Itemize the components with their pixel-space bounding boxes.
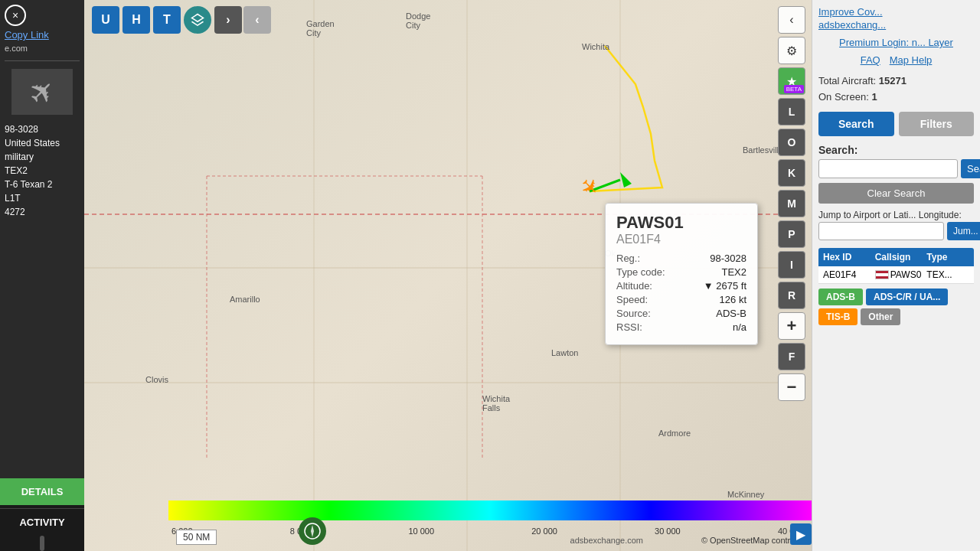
sidebar-url: e.com bbox=[0, 44, 84, 59]
popup-altitude-label: Altitude: bbox=[616, 280, 652, 292]
btn-zoom-out[interactable]: − bbox=[778, 373, 805, 401]
source-other-button[interactable]: Other bbox=[861, 308, 900, 325]
popup-hex: AE01F4 bbox=[616, 233, 746, 246]
popup-speed-label: Speed: bbox=[616, 294, 648, 305]
col-type: Type bbox=[922, 248, 974, 266]
alt-20000: 20 000 bbox=[531, 527, 557, 536]
popup-type-label: Type code: bbox=[616, 266, 665, 278]
sidebar-typename: T-6 Texan 2 bbox=[5, 179, 80, 190]
altitude-number: 2675 ft bbox=[716, 280, 746, 292]
jump-input[interactable] bbox=[818, 222, 944, 240]
source-adsc-button[interactable]: ADS-C/R / UA... bbox=[866, 289, 948, 305]
clear-search-button[interactable]: Clear Search bbox=[818, 183, 974, 204]
popup-reg-label: Reg.: bbox=[616, 253, 640, 264]
btn-r[interactable]: R bbox=[778, 282, 805, 309]
btn-m[interactable]: M bbox=[778, 190, 805, 217]
aircraft-image: ✈ bbox=[11, 69, 73, 115]
search-go-button[interactable]: Sea... bbox=[961, 159, 980, 178]
right-panel: Improve Cov... adsbexchang... Premium Lo… bbox=[812, 0, 980, 551]
source-tisb-button[interactable]: TIS-B bbox=[818, 308, 858, 325]
popup-source-row: Source: ADS-B bbox=[616, 308, 746, 319]
map-right-controls: ‹ ⚙ ★ BETA L O K M P I R + F − bbox=[778, 6, 805, 401]
btn-f[interactable]: F bbox=[778, 343, 805, 370]
btn-p[interactable]: P bbox=[778, 220, 805, 248]
close-button[interactable]: × bbox=[5, 5, 26, 26]
search-input[interactable] bbox=[818, 159, 958, 178]
jump-label: Jump to Airport or Lati... Longitude: bbox=[818, 210, 974, 220]
sidebar-operator: military bbox=[5, 152, 80, 162]
popup-speed-row: Speed: 126 kt bbox=[616, 294, 746, 305]
btn-o[interactable]: O bbox=[778, 129, 805, 156]
btn-gear[interactable]: ⚙ bbox=[778, 37, 805, 64]
search-button[interactable]: Search bbox=[818, 112, 894, 136]
popup-altitude-value: ▼ 2675 ft bbox=[704, 280, 746, 292]
improve-cov-link[interactable]: Improve Cov... bbox=[818, 6, 974, 18]
map-top-buttons: U H T › ‹ bbox=[92, 6, 271, 34]
popup-source-value: ADS-B bbox=[716, 308, 746, 319]
btn-l[interactable]: L bbox=[778, 98, 805, 126]
altitude-labels: 6 000 8 000 10 000 20 000 30 000 40 000+ bbox=[168, 527, 812, 536]
btn-star[interactable]: ★ BETA bbox=[778, 67, 805, 95]
btn-nav-back[interactable]: ‹ bbox=[243, 6, 271, 34]
sidebar-code: L1T bbox=[5, 193, 80, 204]
popup-altitude-row: Altitude: ▼ 2675 ft bbox=[616, 280, 746, 292]
btn-t[interactable]: T bbox=[153, 6, 181, 34]
compass-icon bbox=[299, 517, 326, 545]
sidebar-country: United States bbox=[5, 138, 80, 148]
altitude-arrow-icon: ▼ bbox=[704, 280, 714, 292]
sidebar-squawk: 4272 bbox=[5, 207, 80, 217]
panel-stats: Total Aircraft: 15271 On Screen: 1 bbox=[818, 73, 974, 106]
sidebar-divider bbox=[5, 60, 80, 61]
on-screen-label: On Screen: bbox=[818, 91, 869, 103]
sidebar-data: 98-3028 United States military TEX2 T-6 … bbox=[0, 121, 84, 223]
total-aircraft-label: Total Aircraft: bbox=[818, 75, 876, 86]
table-cell-type: TEX... bbox=[922, 266, 974, 283]
btn-nav-forward[interactable]: › bbox=[214, 6, 242, 34]
svg-marker-11 bbox=[192, 15, 204, 22]
map-help-link[interactable]: Map Help bbox=[890, 54, 933, 66]
btn-i[interactable]: I bbox=[778, 251, 805, 279]
panel-btn-row: Search Filters bbox=[818, 112, 974, 136]
filters-button[interactable]: Filters bbox=[899, 112, 975, 136]
scroll-indicator bbox=[40, 536, 44, 551]
sidebar-tabs: DETAILS ACTIVITY bbox=[0, 478, 84, 551]
sidebar-type: TEX2 bbox=[5, 165, 80, 176]
beta-badge: BETA bbox=[784, 85, 804, 93]
table-header: Hex ID Callsign Type bbox=[818, 248, 974, 266]
us-flag-icon bbox=[875, 270, 889, 279]
panel-nav-links: FAQ Map Help bbox=[818, 54, 974, 66]
altitude-bar bbox=[168, 500, 812, 520]
osm-attribution: © OpenStreetMap contrib... bbox=[701, 536, 804, 545]
popup-speed-value: 126 kt bbox=[720, 294, 746, 305]
btn-k[interactable]: K bbox=[778, 159, 805, 187]
map-area[interactable]: GardenCity DodgeCity Wichita Bartlesvill… bbox=[84, 0, 812, 551]
popup-reg-value: 98-3028 bbox=[710, 253, 746, 264]
premium-link[interactable]: Premium Login: n... Layer bbox=[818, 37, 974, 48]
adsbexchange-link[interactable]: adsbexchang... bbox=[818, 19, 974, 31]
panel-jump-row: Jum... bbox=[818, 222, 974, 240]
search-label: Search: bbox=[818, 144, 974, 156]
popup-source-label: Source: bbox=[616, 308, 651, 319]
btn-u[interactable]: U bbox=[92, 6, 119, 34]
btn-h[interactable]: H bbox=[122, 6, 150, 34]
btn-zoom-in[interactable]: + bbox=[778, 312, 805, 340]
source-adsb-button[interactable]: ADS-B bbox=[818, 289, 863, 305]
tab-details[interactable]: DETAILS bbox=[0, 478, 84, 505]
bottom-right-icon[interactable]: ▶ bbox=[790, 523, 812, 545]
aircraft-popup: PAWS01 AE01F4 Reg.: 98-3028 Type code: T… bbox=[605, 203, 758, 345]
alt-30000: 30 000 bbox=[655, 527, 681, 536]
popup-type-value: TEX2 bbox=[721, 266, 746, 278]
popup-reg-row: Reg.: 98-3028 bbox=[616, 253, 746, 264]
table-row[interactable]: AE01F4 PAWS01 TEX... bbox=[818, 266, 974, 284]
btn-back-arrow[interactable]: ‹ bbox=[778, 6, 805, 34]
jump-button[interactable]: Jum... bbox=[947, 222, 980, 240]
btn-layers[interactable] bbox=[184, 6, 211, 34]
table-cell-callsign: PAWS01 bbox=[871, 266, 923, 283]
col-callsign: Callsign bbox=[871, 248, 923, 266]
popup-rssi-label: RSSI: bbox=[616, 321, 642, 333]
tab-activity[interactable]: ACTIVITY bbox=[0, 508, 84, 536]
popup-rssi-row: RSSI: n/a bbox=[616, 321, 746, 333]
popup-type-row: Type code: TEX2 bbox=[616, 266, 746, 278]
sidebar-reg: 98-3028 bbox=[5, 124, 80, 135]
faq-link[interactable]: FAQ bbox=[861, 54, 880, 66]
